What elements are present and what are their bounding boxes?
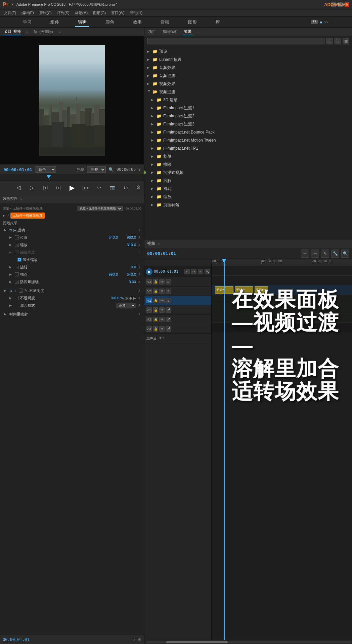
position-reset-btn[interactable]: ↺ — [137, 236, 140, 239]
v1-lock-btn[interactable]: 🔒 — [153, 298, 158, 303]
tree-item-erase[interactable]: ▶ 📁 擦除 — [144, 160, 352, 168]
opacity-reset-btn[interactable]: ↺ — [137, 289, 140, 293]
tab-source-noclip[interactable]: 源: (无剪辑) — [32, 29, 54, 35]
tree-item-filmimpact-motion[interactable]: ▶ 📁 FilmImpact.net Motion Tween — [144, 136, 352, 144]
a2-toggle-btn[interactable]: A2 — [146, 317, 152, 322]
a3-solo-btn[interactable]: 🎤 — [166, 326, 171, 332]
scale-toggle[interactable]: □ — [15, 243, 19, 247]
timeline-marker-btn[interactable]: 🔧 — [331, 250, 339, 258]
a1-eye-btn[interactable]: M — [159, 307, 165, 313]
antiflicker-prop-row[interactable]: ▶ □ 防闪烁滤镜 0.00 ↺ — [8, 278, 141, 286]
opacity-value-toggle[interactable] — [15, 296, 19, 300]
menu-sequence[interactable]: 序列(S) — [54, 9, 72, 16]
tree-item-video-effects[interactable]: ▶ 📁 视频效果 — [144, 80, 352, 88]
tree-item-filmimpact-tp1[interactable]: ▶ 📁 FilmImpact.net TP1 — [144, 144, 352, 152]
safe-margins-button[interactable]: ⬡ — [122, 184, 130, 192]
a1-solo-btn[interactable]: 🎤 — [166, 307, 171, 313]
a1-lock-btn[interactable]: 🔒 — [153, 307, 158, 313]
zoom-icon[interactable]: 🔍 — [108, 167, 114, 172]
v2-lock-btn[interactable]: 🔒 — [153, 289, 158, 294]
tree-item-dissolve[interactable]: ▶ 📁 溶解 — [144, 177, 352, 185]
anchor-y-value[interactable]: 540.0 — [119, 272, 136, 276]
tree-item-3d-motion[interactable]: ▶ 📁 3D 运动 — [144, 96, 352, 104]
timeline-add-track-btn[interactable]: ↩ — [184, 269, 190, 274]
export-frame-button[interactable]: 📷 — [108, 184, 117, 192]
v3-lock-btn[interactable]: 🔒 — [153, 279, 158, 285]
a3-toggle-btn[interactable]: A3 — [146, 326, 152, 332]
settings-btn[interactable]: ⚙ — [136, 184, 141, 191]
antiflicker-reset-btn[interactable]: ↺ — [137, 280, 140, 284]
time-remap-row[interactable]: ▶ 时间重映射 ↺ — [3, 310, 141, 318]
tab-library[interactable]: 库 — [213, 18, 223, 27]
panel-settings-btn[interactable]: ⚙ — [138, 637, 141, 642]
a2-lock-btn[interactable]: 🔒 — [153, 317, 158, 322]
menu-help[interactable]: 帮助(H) — [127, 9, 145, 16]
effects-detail-view-btn[interactable]: ▦ — [343, 38, 349, 44]
anchor-reset-btn[interactable]: ↺ — [137, 273, 140, 276]
mark-out-button[interactable]: ▷ — [28, 184, 36, 192]
timeline-play-btn[interactable]: ▶ — [146, 268, 152, 275]
tab-learn[interactable]: 学习 — [20, 18, 34, 27]
tab-clip-video[interactable]: 剪辑视频 — [161, 29, 179, 35]
rotation-value[interactable]: 0.0 — [119, 265, 136, 269]
tree-item-audio-effects[interactable]: ▶ 📁 音频效果 — [144, 64, 352, 72]
next-edit-button[interactable]: ▷| — [55, 184, 63, 192]
tree-item-audio-transitions[interactable]: ▶ 📁 音频过渡 — [144, 72, 352, 80]
opacity-nav-icon[interactable]: ▶ — [133, 296, 136, 300]
menu-file[interactable]: 文件(F) — [1, 9, 19, 16]
scrollbar-track[interactable] — [146, 641, 351, 643]
effects-grid-view-btn[interactable]: ☷ — [335, 38, 341, 44]
scale-prop-row[interactable]: ▶ □ 缩放 310.0 ↺ — [8, 241, 141, 249]
tree-item-filmimpact2[interactable]: ▶ 📁 FilmImpact 过渡2 — [144, 112, 352, 120]
tab-color[interactable]: 颜色 — [103, 18, 117, 27]
opacity-value-reset-btn[interactable]: ↺ — [137, 296, 140, 300]
anchor-x-value[interactable]: 990.0 — [101, 272, 118, 276]
position-toggle[interactable]: □ — [15, 235, 19, 239]
panel-expand-btn[interactable]: ↗ — [132, 637, 136, 642]
blend-mode-row[interactable]: ▶ 混合模式 正常 溶解 变暗 ↺ — [8, 302, 141, 309]
uniform-scale-row[interactable]: ✓ 等比缩放 — [8, 256, 141, 263]
scale-value[interactable]: 310.0 — [119, 243, 136, 247]
play-button[interactable]: ▶ — [68, 184, 76, 192]
timeline-marker-add-btn[interactable]: ✎ — [198, 269, 203, 274]
rotation-toggle[interactable]: ○ — [15, 265, 19, 269]
v3-eye-btn[interactable]: 👁 — [159, 279, 165, 285]
preview-timecode[interactable]: 00:00:01:01 — [3, 167, 32, 172]
a2-solo-btn[interactable]: 🎤 — [166, 317, 171, 322]
tab-effects[interactable]: 效果 — [183, 28, 193, 35]
tree-item-filmimpact1[interactable]: ▶ 📁 FilmImpact 过渡1 — [144, 104, 352, 112]
rotation-prop-row[interactable]: ▶ ○ 旋转 0.0 ↺ — [8, 263, 141, 271]
tab-edit[interactable]: 编辑 — [75, 17, 89, 27]
tree-item-page-peel[interactable]: ▶ 📁 页面剥落 — [144, 201, 352, 209]
close-icon[interactable]: ✕ — [11, 3, 14, 6]
a1-toggle-btn[interactable]: A1 — [146, 307, 152, 313]
tree-item-video-transitions[interactable]: ▶ 📂 视频过渡 — [144, 88, 352, 96]
tab-assembly[interactable]: 组件 — [48, 18, 62, 27]
opacity-stopwatch-icon[interactable]: ◷ — [125, 296, 128, 300]
tree-item-slide[interactable]: ▶ 📁 滑动 — [144, 185, 352, 193]
playhead-marker[interactable] — [49, 175, 49, 181]
tree-item-immersive[interactable]: ▶ 📁 沉浸式视频 ● — [144, 168, 352, 177]
v2-solo-btn[interactable]: S — [166, 289, 171, 294]
scrollbar-thumb[interactable] — [166, 641, 228, 643]
tree-item-zoom[interactable]: ▶ 📁 缩放 — [144, 193, 352, 201]
tab-audio[interactable]: 音频 — [158, 18, 172, 27]
tree-item-lumetri[interactable]: ▶ 📁 Lumetri 预设 — [144, 55, 352, 64]
tab-graphics[interactable]: 图形 — [185, 18, 200, 27]
position-prop-row[interactable]: ▶ □ 位置 540.0 960.0 ↺ — [8, 234, 141, 241]
step-forward-button[interactable]: ▷▷ — [82, 184, 90, 192]
mark-in-button[interactable]: ◁ — [14, 184, 23, 192]
opacity-section-header[interactable]: ▶ fx ○ □ ✎ 不透明度 ↺ — [3, 287, 141, 294]
tree-item-preset[interactable]: ▶ 📁 预设 — [144, 47, 352, 55]
blend-mode-select[interactable]: 正常 溶解 变暗 — [116, 303, 136, 308]
uniform-scale-checkbox[interactable]: ✓ — [17, 258, 21, 262]
prev-edit-button[interactable]: |◁ — [41, 184, 49, 192]
v1-solo-btn[interactable]: S — [166, 298, 171, 303]
timeline-redo-btn[interactable]: ↪ — [311, 250, 319, 258]
menu-edit[interactable]: 编辑(E) — [19, 9, 37, 16]
anchor-toggle[interactable]: □ — [15, 272, 19, 276]
more-workspaces-btn[interactable]: >> — [324, 20, 328, 24]
menu-mark[interactable]: 标记(M) — [72, 9, 91, 16]
anchor-prop-row[interactable]: ▶ □ 锚点 990.0 540.0 ↺ — [8, 271, 141, 278]
quality-select[interactable]: 完整 1/2 1/4 — [87, 166, 106, 173]
